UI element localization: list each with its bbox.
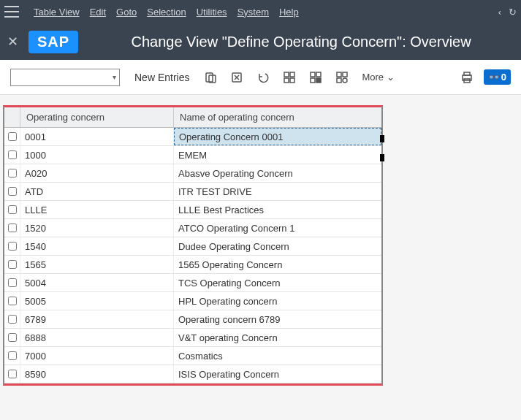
cell-name[interactable]: V&T operating Concern bbox=[174, 329, 381, 346]
menu-table-view[interactable]: Table View bbox=[34, 7, 80, 18]
row-selector[interactable] bbox=[4, 347, 20, 364]
row-checkbox[interactable] bbox=[8, 169, 17, 177]
row-selector[interactable] bbox=[4, 310, 20, 328]
row-selector[interactable] bbox=[4, 365, 20, 383]
deselect-all-button[interactable] bbox=[309, 71, 322, 84]
table-row[interactable]: A020Abasve Operating Concern bbox=[4, 164, 381, 183]
table-row[interactable]: 7000Cosmatics bbox=[4, 347, 381, 365]
table-row[interactable]: 1000EMEM bbox=[4, 146, 381, 164]
window-app-icon[interactable]: ↻ bbox=[509, 7, 517, 18]
command-field[interactable] bbox=[25, 72, 113, 83]
row-selector[interactable] bbox=[4, 256, 20, 273]
row-selector[interactable] bbox=[4, 329, 20, 346]
table-row[interactable]: ATDITR TEST DRIVE bbox=[4, 183, 381, 201]
row-checkbox[interactable] bbox=[8, 205, 17, 214]
table-row[interactable]: 5005HPL Operating concern bbox=[4, 292, 381, 310]
cell-name[interactable]: LLLE Best Practices bbox=[174, 201, 381, 218]
row-selector[interactable] bbox=[4, 164, 20, 182]
cell-name[interactable]: ITR TEST DRIVE bbox=[174, 183, 381, 200]
row-selector[interactable] bbox=[4, 292, 20, 310]
row-checkbox[interactable] bbox=[8, 297, 17, 305]
row-selector[interactable] bbox=[4, 274, 20, 291]
row-checkbox[interactable] bbox=[8, 370, 17, 378]
undo-button[interactable] bbox=[256, 71, 270, 84]
back-icon[interactable]: ✕ bbox=[7, 34, 18, 50]
selection-handle-icon[interactable] bbox=[380, 135, 384, 142]
print-button[interactable] bbox=[460, 71, 474, 84]
menu-goto[interactable]: Goto bbox=[116, 7, 137, 18]
table-row[interactable]: 8590ISIS Operating Concern bbox=[4, 365, 381, 383]
row-checkbox[interactable] bbox=[8, 315, 17, 324]
new-entries-button[interactable]: New Entries bbox=[133, 69, 191, 86]
row-selector[interactable] bbox=[4, 128, 20, 145]
row-selector[interactable] bbox=[4, 146, 20, 164]
selection-handle-icon[interactable] bbox=[380, 154, 384, 161]
svg-rect-13 bbox=[337, 72, 341, 77]
window-min-icon[interactable]: ‹ bbox=[498, 7, 501, 18]
cell-name[interactable]: Abasve Operating Concern bbox=[174, 164, 381, 182]
menu-utilities[interactable]: Utilities bbox=[197, 7, 227, 18]
delete-button[interactable] bbox=[230, 71, 243, 84]
more-button[interactable]: More ⌄ bbox=[362, 72, 395, 83]
cell-name[interactable]: Operating Concern 0001 bbox=[174, 128, 381, 145]
cell-operating-concern[interactable]: A020 bbox=[20, 164, 174, 182]
row-selector[interactable] bbox=[4, 219, 20, 237]
display-badge[interactable]: 👓 0 bbox=[484, 69, 511, 85]
cell-name[interactable]: Dudee Operating Concern bbox=[174, 237, 381, 255]
table-row[interactable]: 1540Dudee Operating Concern bbox=[4, 237, 381, 256]
cell-name[interactable]: TCS Operating Concern bbox=[174, 274, 381, 291]
row-checkbox[interactable] bbox=[8, 333, 17, 342]
cell-operating-concern[interactable]: LLLE bbox=[20, 201, 174, 218]
cell-operating-concern[interactable]: 1565 bbox=[20, 256, 174, 273]
chevron-down-icon[interactable]: ▾ bbox=[113, 73, 116, 81]
cell-name[interactable]: Cosmatics bbox=[174, 347, 381, 364]
row-checkbox[interactable] bbox=[8, 351, 17, 360]
cell-operating-concern[interactable]: 1000 bbox=[20, 146, 174, 164]
title-bar: ✕ SAP Change View "Define Operating Conc… bbox=[0, 23, 521, 60]
table-row[interactable]: 15651565 Operating Concern bbox=[4, 256, 381, 274]
copy-as-button[interactable] bbox=[204, 71, 217, 84]
table-row[interactable]: 6789Operating concern 6789 bbox=[4, 310, 381, 329]
cell-operating-concern[interactable]: 0001 bbox=[20, 128, 174, 145]
column-name[interactable]: Name of operating concern bbox=[174, 107, 381, 127]
row-checkbox[interactable] bbox=[8, 132, 17, 141]
cell-name[interactable]: EMEM bbox=[174, 146, 381, 164]
cell-name[interactable]: ISIS Operating Concern bbox=[174, 365, 381, 383]
menu-icon[interactable] bbox=[4, 6, 19, 18]
row-checkbox[interactable] bbox=[8, 278, 17, 287]
table-row[interactable]: 5004TCS Operating Concern bbox=[4, 274, 381, 292]
cell-name[interactable]: 1565 Operating Concern bbox=[174, 256, 381, 273]
cell-operating-concern[interactable]: 5004 bbox=[20, 274, 174, 291]
command-input[interactable]: ▾ bbox=[10, 69, 120, 86]
config-button[interactable] bbox=[335, 71, 349, 84]
cell-name[interactable]: Operating concern 6789 bbox=[174, 310, 381, 328]
row-selector[interactable] bbox=[4, 201, 20, 218]
row-checkbox[interactable] bbox=[8, 242, 17, 251]
table-row[interactable]: 1520ATCO Operating Concern 1 bbox=[4, 219, 381, 237]
cell-operating-concern[interactable]: 8590 bbox=[20, 365, 174, 383]
row-checkbox[interactable] bbox=[8, 224, 17, 232]
cell-operating-concern[interactable]: ATD bbox=[20, 183, 174, 200]
row-checkbox[interactable] bbox=[8, 150, 17, 159]
column-operating-concern[interactable]: Operating concern bbox=[20, 107, 174, 127]
cell-operating-concern[interactable]: 7000 bbox=[20, 347, 174, 364]
menu-system[interactable]: System bbox=[237, 7, 269, 18]
cell-operating-concern[interactable]: 6888 bbox=[20, 329, 174, 346]
menu-selection[interactable]: Selection bbox=[147, 7, 186, 18]
menu-edit[interactable]: Edit bbox=[90, 7, 106, 18]
select-all-button[interactable] bbox=[283, 71, 296, 84]
row-checkbox[interactable] bbox=[8, 187, 17, 196]
row-selector[interactable] bbox=[4, 183, 20, 200]
menu-help[interactable]: Help bbox=[279, 7, 299, 18]
table-row[interactable]: LLLELLLE Best Practices bbox=[4, 201, 381, 219]
row-selector[interactable] bbox=[4, 237, 20, 255]
cell-operating-concern[interactable]: 6789 bbox=[20, 310, 174, 328]
cell-operating-concern[interactable]: 1540 bbox=[20, 237, 174, 255]
cell-name[interactable]: HPL Operating concern bbox=[174, 292, 381, 310]
cell-operating-concern[interactable]: 1520 bbox=[20, 219, 174, 237]
row-checkbox[interactable] bbox=[8, 260, 17, 269]
table-row[interactable]: 0001Operating Concern 0001 bbox=[4, 128, 381, 146]
cell-name[interactable]: ATCO Operating Concern 1 bbox=[174, 219, 381, 237]
cell-operating-concern[interactable]: 5005 bbox=[20, 292, 174, 310]
table-row[interactable]: 6888V&T operating Concern bbox=[4, 329, 381, 347]
